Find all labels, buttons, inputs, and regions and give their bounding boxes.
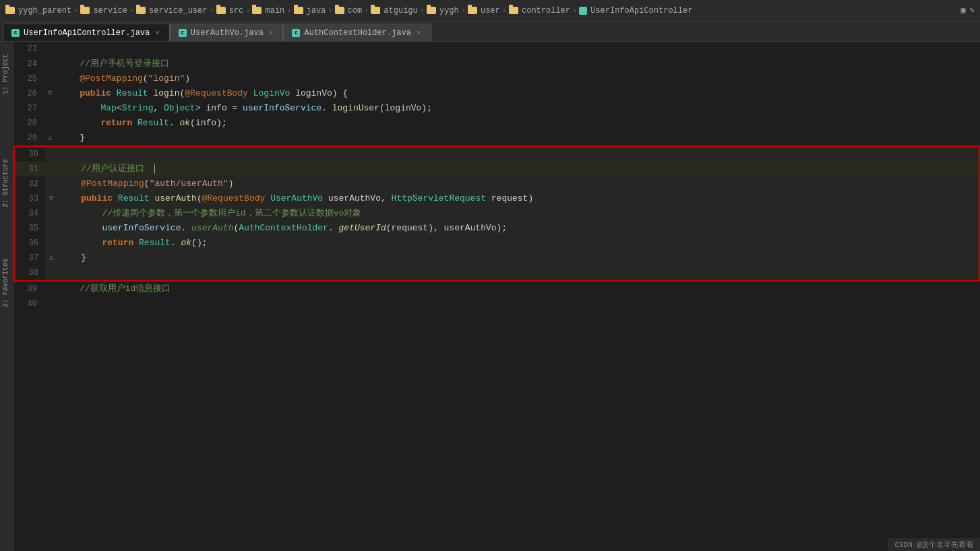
line-gutter <box>44 101 56 116</box>
line-gutter <box>45 236 57 251</box>
bc-label: controller <box>522 6 570 15</box>
bc-sep: › <box>245 6 250 15</box>
line-gutter <box>45 221 57 236</box>
line-content: public Result login(@RequestBody LoginVo… <box>56 86 980 101</box>
fold-arrow[interactable]: ▽ <box>44 86 56 101</box>
code-editor[interactable]: 23 24 //用户手机号登录接口 25 @PostMapping("login… <box>13 42 980 551</box>
tab-userinfoapi[interactable]: C UserInfoApiController.java × <box>3 24 170 41</box>
folder-icon <box>216 7 226 14</box>
bc-sep: › <box>364 6 369 15</box>
side-tab-project[interactable]: 1: Project <box>0 48 13 100</box>
line-gutter <box>44 71 56 86</box>
line-content: return Result. ok(); <box>57 236 979 251</box>
bc-service-user[interactable]: service_user <box>136 6 207 15</box>
folder-icon <box>509 7 518 14</box>
fold-arrow[interactable]: △ <box>44 131 56 145</box>
fold-arrow[interactable]: ▽ <box>45 191 57 206</box>
bc-label: yygh_parent <box>18 6 71 15</box>
java-file-icon: C <box>179 29 187 37</box>
bc-sep: › <box>209 6 214 15</box>
bc-sep: › <box>502 6 507 15</box>
tab-authcontextholder[interactable]: C AuthContextHolder.java × <box>283 24 431 41</box>
code-line-27: 27 Map<String, Object> info = userInfoSe… <box>13 101 980 116</box>
line-content: @PostMapping("auth/userAuth") <box>57 176 979 191</box>
line-gutter <box>44 116 56 131</box>
line-content: } <box>56 131 980 145</box>
line-gutter <box>44 57 56 71</box>
line-content: return Result. ok(info); <box>56 116 980 131</box>
line-number: 34 <box>15 206 45 221</box>
bc-yygh[interactable]: yygh <box>427 6 459 15</box>
code-line-25: 25 @PostMapping("login") <box>13 71 980 86</box>
breadcrumb-bar: yygh_parent › service › service_user › s… <box>0 0 980 22</box>
folder-icon <box>294 7 303 14</box>
tab-close-button[interactable]: × <box>154 28 161 38</box>
line-content <box>56 296 980 311</box>
line-content: userInfoService. userAuth(AuthContextHol… <box>57 221 979 236</box>
code-line-26: 26 ▽ public Result login(@RequestBody Lo… <box>13 86 980 101</box>
bc-java[interactable]: java <box>294 6 326 15</box>
bc-main[interactable]: main <box>252 6 284 15</box>
bc-com[interactable]: com <box>335 6 363 15</box>
bc-label: src <box>229 6 244 15</box>
folder-icon <box>468 7 477 14</box>
line-gutter <box>44 42 56 57</box>
breadcrumb-right-icons: ▣ ✎ <box>961 5 975 15</box>
code-line-40: 40 <box>13 296 980 311</box>
bc-yygh-parent[interactable]: yygh_parent <box>5 6 71 15</box>
tab-label: UserInfoApiController.java <box>24 28 150 38</box>
window-icon: ▣ <box>961 5 966 15</box>
bc-controller[interactable]: controller <box>509 6 570 15</box>
bc-sep: › <box>420 6 425 15</box>
bc-user[interactable]: user <box>468 6 500 15</box>
bc-label: UserInfoApiController <box>590 6 692 15</box>
bc-label: yygh <box>439 6 459 15</box>
bc-label: java <box>307 6 326 15</box>
code-line-31: 31 //用户认证接口 <box>13 162 980 176</box>
code-line-39: 39 //获取用户id信息接口 <box>13 282 980 296</box>
status-bar: CSDN @这个名字先看着 <box>888 538 980 551</box>
code-line-32: 32 @PostMapping("auth/userAuth") <box>13 176 980 191</box>
line-number: 23 <box>13 42 44 57</box>
bc-label: main <box>265 6 284 15</box>
line-content: //用户认证接口 <box>57 162 979 176</box>
line-number: 29 <box>13 131 44 145</box>
tab-userauthvo[interactable]: C UserAuthVo.java × <box>170 24 284 41</box>
bc-service[interactable]: service <box>80 6 127 15</box>
bc-sep: › <box>286 6 291 15</box>
code-line-36: 36 return Result. ok(); <box>13 236 980 251</box>
bc-label: service <box>93 6 127 15</box>
side-tab-structure[interactable]: 2: Structure <box>0 154 13 213</box>
side-tab-favorites[interactable]: 2: Favorites <box>0 253 13 313</box>
bc-src[interactable]: src <box>216 6 244 15</box>
code-line-33: 33 ▽ public Result userAuth(@RequestBody… <box>13 191 980 206</box>
bc-label: service_user <box>149 6 207 15</box>
line-number: 32 <box>15 176 45 191</box>
code-line-37: 37 △ } <box>13 251 980 265</box>
bc-atguigu[interactable]: atguigu <box>371 6 417 15</box>
line-content <box>57 147 979 162</box>
tab-close-button[interactable]: × <box>415 28 423 38</box>
line-number: 28 <box>13 116 44 131</box>
folder-icon <box>80 7 90 14</box>
line-content: //获取用户id信息接口 <box>56 282 980 296</box>
bc-sep: › <box>73 6 78 15</box>
tab-bar: C UserInfoApiController.java × C UserAut… <box>0 22 980 42</box>
line-content: //用户手机号登录接口 <box>56 57 980 71</box>
bc-class[interactable]: C UserInfoApiController <box>579 6 692 15</box>
tab-label: AuthContextHolder.java <box>304 28 410 38</box>
code-line-38: 38 <box>13 265 980 282</box>
line-number: 36 <box>15 236 45 251</box>
line-gutter <box>45 265 57 280</box>
tab-label: UserAuthVo.java <box>191 28 264 38</box>
line-number: 26 <box>13 86 44 101</box>
folder-icon <box>335 7 344 14</box>
folder-icon <box>252 7 262 14</box>
line-content: Map<String, Object> info = userInfoServi… <box>56 101 980 116</box>
tab-close-button[interactable]: × <box>268 28 275 38</box>
line-gutter <box>45 147 57 162</box>
code-line-30: 30 <box>13 145 980 162</box>
line-content: } <box>57 251 979 265</box>
code-lines: 23 24 //用户手机号登录接口 25 @PostMapping("login… <box>13 42 980 551</box>
fold-arrow[interactable]: △ <box>45 251 57 265</box>
